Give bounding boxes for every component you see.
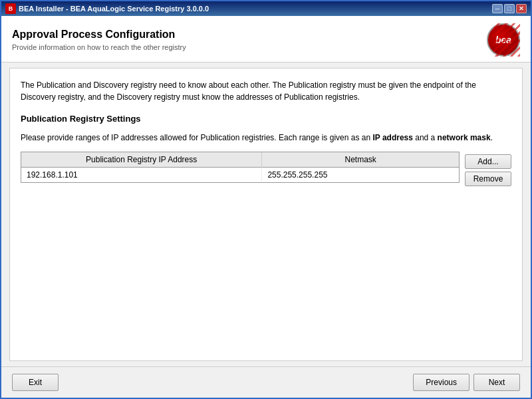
cell-ip: 192.168.1.101 bbox=[21, 168, 262, 183]
cell-netmask: 255.255.255.255 bbox=[262, 168, 459, 183]
title-bar-buttons: ─ □ ✕ bbox=[492, 4, 527, 13]
logo-stripes bbox=[493, 23, 520, 57]
title-bar-text: BEA Installer - BEA AquaLogic Service Re… bbox=[19, 5, 492, 13]
header-left: Approval Process Configuration Provide i… bbox=[12, 29, 186, 51]
title-bar: B BEA Installer - BEA AquaLogic Service … bbox=[1, 1, 531, 16]
remove-button[interactable]: Remove bbox=[465, 172, 511, 186]
ip-table: Publication Registry IP Address Netmask … bbox=[21, 152, 459, 182]
instruction-bold2: network mask bbox=[438, 133, 491, 142]
col-header-netmask: Netmask bbox=[262, 152, 459, 168]
previous-button[interactable]: Previous bbox=[413, 374, 469, 391]
instruction-part3: . bbox=[491, 133, 493, 142]
instruction-part1: Please provide ranges of IP addresses al… bbox=[21, 133, 372, 142]
col-header-ip: Publication Registry IP Address bbox=[21, 152, 262, 168]
footer: Exit Previous Next bbox=[1, 366, 531, 398]
header: Approval Process Configuration Provide i… bbox=[1, 16, 531, 63]
bea-logo: bea bbox=[454, 23, 520, 57]
nav-buttons: Previous Next bbox=[413, 374, 520, 391]
table-action-buttons: Add... Remove bbox=[465, 152, 511, 189]
page-title: Approval Process Configuration bbox=[12, 29, 186, 41]
table-section: Publication Registry IP Address Netmask … bbox=[21, 152, 511, 189]
section-title: Publication Registry Settings bbox=[21, 114, 511, 124]
instruction-text: Please provide ranges of IP addresses al… bbox=[21, 132, 511, 144]
app-icon: B bbox=[5, 3, 16, 14]
table-row[interactable]: 192.168.1.101 255.255.255.255 bbox=[21, 168, 459, 183]
add-button[interactable]: Add... bbox=[465, 154, 511, 169]
main-window: B BEA Installer - BEA AquaLogic Service … bbox=[0, 0, 532, 399]
ip-table-wrapper: Publication Registry IP Address Netmask … bbox=[21, 152, 460, 183]
description-text: The Publication and Discovery registry n… bbox=[21, 79, 511, 103]
page-subtitle: Provide information on how to reach the … bbox=[12, 43, 186, 51]
exit-button[interactable]: Exit bbox=[12, 374, 59, 391]
instruction-part2: and a bbox=[413, 133, 438, 142]
next-button[interactable]: Next bbox=[473, 374, 520, 391]
minimize-button[interactable]: ─ bbox=[492, 4, 503, 13]
instruction-bold1: IP address bbox=[372, 133, 412, 142]
maximize-button[interactable]: □ bbox=[504, 4, 515, 13]
close-button[interactable]: ✕ bbox=[516, 4, 527, 13]
logo-area: bea bbox=[454, 23, 520, 57]
content-area: The Publication and Discovery registry n… bbox=[9, 68, 523, 361]
